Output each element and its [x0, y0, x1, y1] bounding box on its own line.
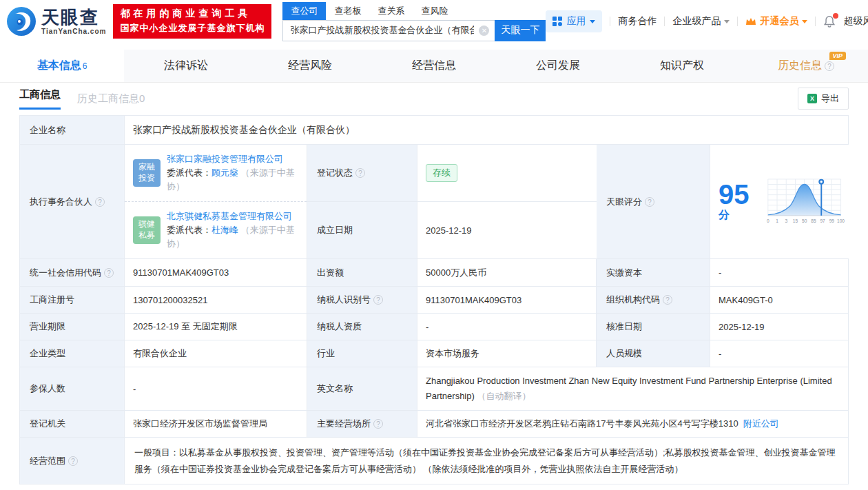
- search-block: 查公司 查老板 查关系 查风险 ✕ 天眼一下: [282, 2, 546, 41]
- avatar-text: 投资: [138, 173, 155, 184]
- table-row: 执行事务合伙人 ? 家融 投资 张家口家融投资管理有限公司 委派代表：顾元燊 （…: [20, 145, 848, 259]
- insured-value: -: [125, 367, 307, 410]
- question-icon[interactable]: ?: [95, 197, 105, 207]
- clear-icon[interactable]: ✕: [479, 25, 489, 36]
- taxpayer-quality-label: 纳税人资质: [307, 314, 417, 340]
- header-right-nav: 应用 商务合作 企业级产品 开通会员: [546, 10, 868, 32]
- table-row: 工商注册号 130701200032521 纳税人识别号 ? 91130701M…: [20, 287, 848, 314]
- tianyancha-logo[interactable]: 天眼查 TianYanCha.com: [6, 6, 106, 37]
- search-tab-company[interactable]: 查公司: [282, 2, 326, 20]
- reg-authority-value: 张家口经济开发区市场监督管理局: [125, 411, 307, 437]
- subtab-business-info[interactable]: 工商信息: [19, 88, 61, 110]
- notification-dot: [833, 13, 838, 19]
- taxpayer-id-label: 纳税人识别号 ?: [307, 287, 417, 313]
- est-date-label: 成立日期: [307, 202, 417, 258]
- tab-label: 历史信息: [778, 59, 822, 73]
- rep-person-link[interactable]: 顾元燊: [211, 167, 238, 178]
- capital-label: 出资额: [307, 259, 417, 286]
- search-tab-boss[interactable]: 查老板: [326, 2, 369, 20]
- question-icon[interactable]: ?: [355, 168, 365, 178]
- nav-open-vip[interactable]: 开通会员: [745, 15, 807, 28]
- table-row: 统一社会信用代码 ? 91130701MAK409GT03 出资额 50000万…: [20, 259, 848, 287]
- rep-label: 委派代表：: [167, 167, 211, 178]
- vip-badge: VIP: [829, 52, 846, 60]
- industry-label: 行业: [307, 340, 417, 367]
- subtab-bar: 工商信息 历史工商信息0 X 导出: [0, 83, 868, 114]
- question-icon[interactable]: ?: [663, 295, 672, 305]
- question-icon[interactable]: ?: [645, 197, 654, 207]
- tab-label: 公司发展: [536, 59, 580, 73]
- crown-icon: [745, 17, 756, 26]
- partner-item: 家融 投资 张家口家融投资管理有限公司 委派代表：顾元燊 （来源于中基协）: [125, 145, 307, 201]
- tab-operation-risk[interactable]: 经营风险: [248, 50, 372, 82]
- company-type-label: 企业类型: [20, 340, 125, 367]
- tab-history-info[interactable]: VIP 历史信息 ?: [744, 50, 868, 82]
- taxpayer-id-label-text: 纳税人识别号: [317, 294, 371, 306]
- status-badge: 存续: [426, 164, 457, 182]
- divider: [664, 17, 665, 26]
- nav-enterprise-products[interactable]: 企业级产品: [672, 15, 730, 28]
- export-button[interactable]: X 导出: [798, 88, 849, 110]
- company-name-value: 张家口产投战新股权投资基金合伙企业（有限合伙）: [125, 116, 848, 144]
- apps-label: 应用: [566, 15, 586, 28]
- export-label: 导出: [821, 92, 839, 105]
- partner-company-link[interactable]: 张家口家融投资管理有限公司: [167, 154, 283, 164]
- search-tab-risk[interactable]: 查风险: [413, 2, 456, 20]
- tab-company-development[interactable]: 公司发展: [496, 50, 620, 82]
- notification-bell[interactable]: [823, 15, 836, 28]
- paid-capital-value: -: [710, 259, 848, 286]
- nearby-companies-link[interactable]: 附近公司: [743, 418, 779, 429]
- question-icon[interactable]: ?: [68, 456, 78, 466]
- table-subrow: 成立日期 2025-12-19: [307, 201, 596, 258]
- tab-operation-info[interactable]: 经营信息: [372, 50, 496, 82]
- search-tab-relation[interactable]: 查关系: [369, 2, 413, 20]
- subtab-history-business-info[interactable]: 历史工商信息0: [77, 92, 145, 105]
- partner-avatar[interactable]: 家融 投资: [133, 159, 161, 187]
- nav-super-risk[interactable]: 超级风...: [843, 15, 868, 28]
- question-icon[interactable]: ?: [373, 419, 383, 429]
- excel-icon: X: [807, 94, 817, 103]
- tab-legal-litigation[interactable]: 法律诉讼: [124, 50, 248, 82]
- partner-avatar[interactable]: 骐健 私募: [133, 216, 161, 244]
- score-value-cell[interactable]: 95分: [710, 145, 853, 258]
- rep-label: 委派代表：: [167, 225, 211, 235]
- english-name-value: Zhangjiakou Production Investment Zhan N…: [417, 367, 848, 410]
- svg-text:100: 100: [837, 218, 844, 223]
- svg-text:97: 97: [820, 218, 826, 223]
- search-button[interactable]: 天眼一下: [495, 20, 546, 41]
- approval-date-label: 核准日期: [597, 314, 710, 340]
- table-subrow: 登记状态 ? 存续: [307, 145, 596, 201]
- credit-code-value: 91130701MAK409GT03: [125, 259, 307, 286]
- insured-label: 参保人数: [20, 367, 125, 410]
- tianyancha-logo-icon: [6, 6, 37, 37]
- avatar-text: 家融: [138, 162, 155, 173]
- company-name-label: 企业名称: [20, 116, 125, 144]
- search-input[interactable]: [282, 20, 495, 41]
- nav-business-cooperation[interactable]: 商务合作: [618, 15, 657, 28]
- address-text: 河北省张家口市经济开发区老鸦庄钻石南路17号丰泰风光苑小区4号写字楼1310: [426, 418, 738, 429]
- question-icon[interactable]: ?: [373, 295, 383, 305]
- auto-translate-note: （自动翻译）: [477, 391, 530, 401]
- avatar-text: 私募: [138, 230, 155, 241]
- tab-basic-info-label: 基本信息: [37, 59, 81, 73]
- business-term-label: 营业期限: [20, 314, 125, 340]
- tab-basic-info-count: 6: [83, 61, 87, 71]
- tab-label: 法律诉讼: [164, 59, 208, 73]
- question-icon[interactable]: ?: [104, 268, 114, 278]
- business-term-value: 2025-12-19 至 无固定期限: [125, 314, 307, 340]
- tab-label: 经营风险: [288, 59, 332, 73]
- table-row: 登记机关 张家口经济开发区市场监督管理局 主要经营场所 ? 河北省张家口市经济开…: [20, 411, 848, 438]
- tab-intellectual-property[interactable]: 知识产权: [620, 50, 744, 82]
- english-name-label: 英文名称: [307, 367, 417, 410]
- apps-menu[interactable]: 应用: [546, 10, 602, 32]
- business-scope-label-text: 经营范围: [30, 455, 65, 467]
- partner-company-link[interactable]: 北京骐健私募基金管理有限公司: [167, 211, 292, 221]
- table-row: 参保人数 - 英文名称 Zhangjiakou Production Inves…: [20, 367, 848, 411]
- tab-basic-info[interactable]: 基本信息6: [0, 50, 124, 82]
- credit-code-label-text: 统一社会信用代码: [30, 267, 101, 279]
- question-icon[interactable]: ?: [825, 61, 834, 71]
- chevron-down-icon: [590, 20, 595, 26]
- avatar-text: 骐健: [138, 219, 155, 230]
- rep-person-link[interactable]: 杜海峰: [211, 225, 238, 235]
- cooperation-label: 商务合作: [618, 15, 657, 28]
